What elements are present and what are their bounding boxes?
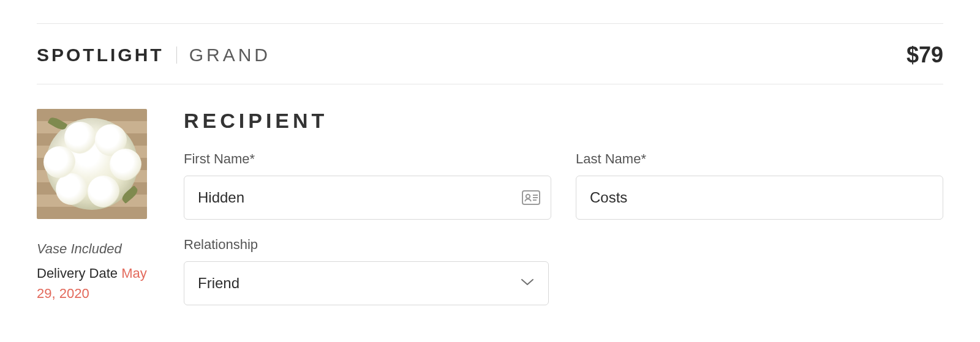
recipient-heading: RECIPIENT: [184, 109, 943, 133]
contact-card-icon: [522, 190, 540, 205]
svg-point-1: [526, 195, 530, 198]
relationship-selected-value: Friend: [198, 275, 239, 292]
vase-included-note: Vase Included: [37, 241, 147, 257]
product-header: SPOTLIGHT GRAND $79: [37, 24, 943, 84]
first-name-label: First Name*: [184, 151, 551, 167]
product-variant: GRAND: [189, 45, 271, 65]
last-name-input[interactable]: [576, 176, 943, 220]
delivery-date-label: Delivery Date: [37, 266, 118, 281]
product-thumbnail: [37, 109, 147, 219]
relationship-label: Relationship: [184, 237, 549, 253]
relationship-select[interactable]: Friend: [184, 261, 549, 305]
title-divider: [176, 46, 177, 64]
product-price: $79: [907, 42, 943, 68]
last-name-label: Last Name*: [576, 151, 943, 167]
product-name: SPOTLIGHT: [37, 45, 164, 65]
product-title-block: SPOTLIGHT GRAND: [37, 45, 271, 65]
first-name-input[interactable]: [184, 176, 551, 220]
delivery-line: Delivery Date May 29, 2020: [37, 263, 147, 303]
